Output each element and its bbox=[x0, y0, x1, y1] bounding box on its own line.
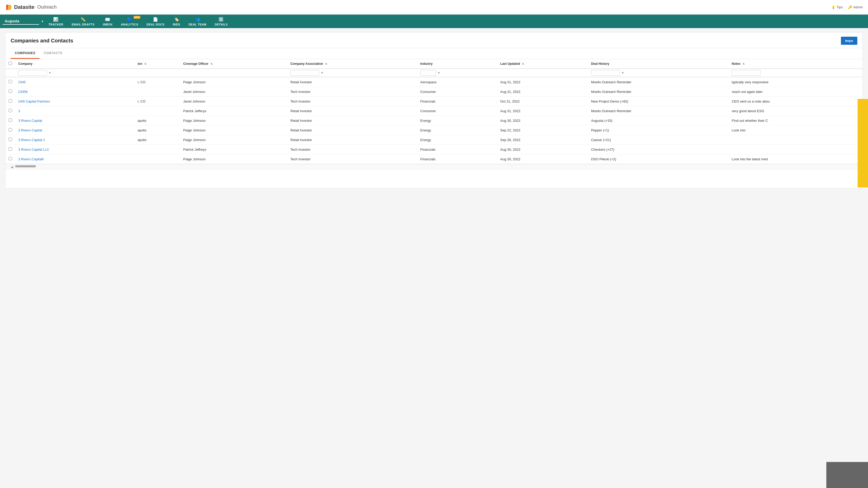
import-button[interactable]: Impo bbox=[841, 37, 857, 45]
row-last-updated: Aug 31, 2022 bbox=[497, 87, 588, 97]
row-industry: Financials bbox=[417, 97, 497, 106]
nav-label-details: DETAILS bbox=[215, 23, 228, 26]
nav-item-email-drafts[interactable]: ✏️ EMAIL DRAFTS bbox=[67, 15, 99, 28]
main-content: Companies and Contacts Impo COMPANIES CO… bbox=[5, 32, 863, 189]
logo-area: Datasite· Outreach bbox=[5, 4, 57, 11]
row-notes: typically very responsive bbox=[729, 77, 863, 87]
row-industry: Energy bbox=[417, 125, 497, 135]
table-row: 2345 r, CO Paige Johnson Retail Investor… bbox=[5, 77, 863, 87]
col-location: ion ⇅ bbox=[134, 59, 180, 69]
company-sort-icon: ↑ bbox=[34, 62, 36, 65]
scroll-thumb[interactable] bbox=[15, 165, 36, 167]
filter-industry-button[interactable]: ▼ bbox=[437, 71, 440, 75]
row-last-updated: Aug 30, 2022 bbox=[497, 154, 588, 164]
filter-deal-history-button[interactable]: ▼ bbox=[621, 71, 624, 75]
filter-notes-input[interactable] bbox=[732, 70, 761, 76]
company-link[interactable]: 3 Rivers Capital LLC bbox=[18, 148, 49, 152]
row-checkbox[interactable] bbox=[9, 109, 12, 112]
filter-association-input[interactable] bbox=[290, 70, 319, 76]
row-checkbox-cell bbox=[5, 97, 15, 106]
row-company: 2345 bbox=[15, 77, 134, 87]
nav-label-email-drafts: EMAIL DRAFTS bbox=[72, 23, 95, 26]
col-industry: Industry bbox=[417, 59, 497, 69]
row-last-updated: Aug 31, 2022 bbox=[497, 106, 588, 116]
company-link[interactable]: 3 bbox=[18, 109, 20, 113]
tips-button[interactable]: 💡 Tips bbox=[831, 5, 843, 9]
row-association: Retail Investor bbox=[287, 77, 417, 87]
nav-item-deal-team[interactable]: 👥 DEAL TEAM bbox=[184, 15, 210, 28]
row-coverage: Patrick Jeffreys bbox=[180, 145, 287, 154]
admin-button[interactable]: 🔑 Admin bbox=[848, 5, 863, 9]
row-checkbox-cell bbox=[5, 87, 15, 97]
row-checkbox[interactable] bbox=[9, 147, 12, 151]
company-link[interactable]: 3 Rivers Capital 2 bbox=[18, 138, 45, 142]
row-last-updated: Aug 30, 2022 bbox=[497, 145, 588, 154]
row-checkbox[interactable] bbox=[9, 99, 12, 102]
select-all-checkbox[interactable] bbox=[9, 62, 12, 65]
nav-item-bids[interactable]: 🏷️ BIDS bbox=[169, 15, 184, 28]
deal-docs-icon: 📄 bbox=[153, 17, 158, 22]
nav-item-inbox[interactable]: ✉️ INBOX bbox=[99, 15, 117, 28]
row-association: Retail Investor bbox=[287, 106, 417, 116]
row-coverage: Janet Johnson bbox=[180, 97, 287, 106]
nav-bar: Augusta ▼ 📊 TRACKER ✏️ EMAIL DRAFTS ✉️ I… bbox=[0, 14, 868, 28]
filter-deal-history-input[interactable] bbox=[591, 70, 620, 76]
nav-item-analytics[interactable]: 🔵 ANALYTICS NEW bbox=[117, 15, 142, 28]
key-icon: 🔑 bbox=[848, 5, 852, 9]
details-icon: ℹ️ bbox=[218, 17, 224, 22]
scroll-left-arrow[interactable]: ◀ bbox=[11, 165, 13, 169]
row-coverage: Paige Johnson bbox=[180, 125, 287, 135]
row-checkbox[interactable] bbox=[9, 90, 12, 93]
table-row: 3 Patrick Jefferys Retail Investor Consu… bbox=[5, 106, 863, 116]
company-link[interactable]: 2345 bbox=[18, 80, 26, 84]
filter-industry-input[interactable] bbox=[420, 70, 436, 76]
row-checkbox-cell bbox=[5, 77, 15, 87]
filter-company-input[interactable] bbox=[18, 70, 47, 76]
company-link[interactable]: 24/6 Capital Partners bbox=[18, 99, 50, 103]
tab-contacts[interactable]: CONTACTS bbox=[39, 48, 67, 59]
row-last-updated: Sep 26, 2022 bbox=[497, 135, 588, 145]
row-notes: reach out again later bbox=[729, 87, 863, 97]
nav-item-deal-docs[interactable]: 📄 DEAL DOCS bbox=[143, 15, 169, 28]
datasite-logo-icon bbox=[5, 4, 12, 11]
row-checkbox[interactable] bbox=[9, 157, 12, 160]
row-company: 3 Rivers Capital 2 bbox=[15, 135, 134, 145]
row-company: 3 Rivers Capital bbox=[15, 116, 134, 125]
filter-association-button[interactable]: ▼ bbox=[320, 71, 324, 75]
row-checkbox[interactable] bbox=[9, 138, 12, 141]
nav-item-tracker[interactable]: 📊 TRACKER bbox=[44, 15, 67, 28]
admin-label: Admin bbox=[853, 5, 863, 9]
project-selector[interactable]: Augusta bbox=[3, 18, 39, 25]
filter-deal-history-cell: ▼ bbox=[588, 69, 729, 77]
company-link[interactable]: 3 Rivers Capital bbox=[18, 128, 42, 132]
page-title: Companies and Contacts bbox=[11, 38, 73, 44]
row-last-updated: Aug 31, 2022 bbox=[497, 77, 588, 87]
nav-label-deal-team: DEAL TEAM bbox=[189, 23, 206, 26]
filter-company-button[interactable]: ▼ bbox=[49, 71, 52, 75]
row-industry: Energy bbox=[417, 135, 497, 145]
deal-team-icon: 👥 bbox=[195, 17, 200, 22]
row-checkbox[interactable] bbox=[9, 128, 12, 131]
company-link[interactable]: 3 Rivers Capital bbox=[18, 119, 42, 123]
nav-item-details[interactable]: ℹ️ DETAILS bbox=[211, 15, 232, 28]
company-link[interactable]: 3 Rivers Capitalll bbox=[18, 157, 44, 161]
row-checkbox[interactable] bbox=[9, 119, 12, 122]
row-association: Retail Investor bbox=[287, 116, 417, 125]
project-selector-wrapper[interactable]: Augusta ▼ bbox=[3, 18, 44, 25]
nav-label-analytics: ANALYTICS bbox=[121, 23, 138, 26]
table-row: 3 Rivers Capital 2 apolis Paige Johnson … bbox=[5, 135, 863, 145]
page-header: Companies and Contacts Impo bbox=[5, 33, 863, 48]
location-sort-icon: ⇅ bbox=[144, 62, 146, 65]
row-checkbox-cell bbox=[5, 135, 15, 145]
row-association: Tech Investor bbox=[287, 97, 417, 106]
company-link[interactable]: 23456 bbox=[18, 90, 28, 94]
row-checkbox[interactable] bbox=[9, 80, 12, 83]
table-row: 3 Rivers Capital apolis Paige Johnson Re… bbox=[5, 116, 863, 125]
col-last-updated: Last Updated ⇅ bbox=[497, 59, 588, 69]
row-company: 3 Rivers Capitalll bbox=[15, 154, 134, 164]
top-right-actions: 💡 Tips 🔑 Admin bbox=[831, 5, 863, 9]
tab-companies[interactable]: COMPANIES bbox=[11, 48, 39, 59]
filter-notes-cell bbox=[729, 69, 863, 77]
row-last-updated: Oct 21, 2022 bbox=[497, 97, 588, 106]
col-notes: Notes ⇅ bbox=[729, 59, 863, 69]
